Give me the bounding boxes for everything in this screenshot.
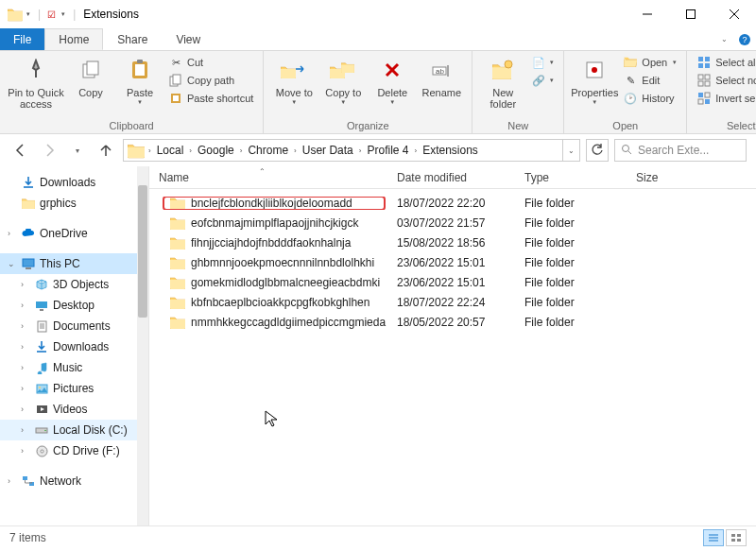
nav-3d-objects[interactable]: ›3D Objects xyxy=(0,274,148,295)
file-date: 03/07/2022 21:57 xyxy=(387,216,515,230)
column-header-type[interactable]: Type xyxy=(515,171,627,184)
file-row[interactable]: eofcbnmajmimplflapaojjnihcjkigck03/07/20… xyxy=(149,213,756,232)
nav-folder[interactable]: grphics xyxy=(0,193,148,214)
rename-button[interactable]: ab Rename xyxy=(417,53,466,98)
paste-button[interactable]: Paste ▼ xyxy=(115,53,164,105)
ribbon-collapse-icon[interactable]: ⌄ xyxy=(714,28,733,50)
select-all-button[interactable]: Select all xyxy=(696,55,756,70)
details-view-button[interactable] xyxy=(703,529,724,546)
breadcrumb-item[interactable]: Google xyxy=(194,144,238,157)
close-button[interactable] xyxy=(713,0,756,28)
open-button[interactable]: Open▾ xyxy=(623,55,677,70)
cut-button[interactable]: ✂Cut xyxy=(168,55,253,70)
svg-rect-40 xyxy=(36,301,47,308)
nav-documents[interactable]: ›Documents xyxy=(0,316,148,336)
breadcrumb-bar[interactable]: › Local› Google› Chrome› User Data› Prof… xyxy=(123,139,580,162)
svg-text:?: ? xyxy=(742,35,747,44)
breadcrumb-item[interactable]: Profile 4 xyxy=(363,144,412,157)
file-date: 23/06/2022 15:01 xyxy=(387,276,515,289)
search-input[interactable]: Search Exte... xyxy=(614,139,747,162)
nav-this-pc[interactable]: ⌄This PC xyxy=(0,253,148,274)
paste-shortcut-button[interactable]: Paste shortcut xyxy=(168,91,253,106)
file-list-pane[interactable]: ⌃Name Date modified Type Size bnclejfcbl… xyxy=(149,166,756,525)
svg-point-22 xyxy=(592,67,597,73)
navigation-pane[interactable]: Downloads grphics ›OneDrive ⌄This PC ›3D… xyxy=(0,166,149,525)
select-none-button[interactable]: Select none xyxy=(696,73,756,88)
breadcrumb-item[interactable]: Local xyxy=(153,144,188,157)
properties-button[interactable]: Properties▼ xyxy=(570,53,619,105)
downloads-icon xyxy=(21,175,36,190)
file-name: ghbmnnjooekpmoecnnnilnnbdlolhkhi xyxy=(191,256,374,269)
file-tab[interactable]: File xyxy=(0,28,44,50)
svg-rect-25 xyxy=(698,63,703,68)
folder-icon xyxy=(170,256,185,269)
delete-button[interactable]: Delete▼ xyxy=(368,53,417,105)
folder-icon xyxy=(170,236,185,250)
file-row[interactable]: gomekmidlodglbbmalcneegieacbdmki23/06/20… xyxy=(149,272,756,292)
maximize-button[interactable] xyxy=(669,0,713,28)
drive-icon xyxy=(34,422,49,438)
folder-icon xyxy=(170,197,185,210)
pictures-icon xyxy=(34,381,49,396)
clipboard-group-label: Clipboard xyxy=(6,120,257,133)
pin-quick-access-button[interactable]: Pin to Quick access xyxy=(6,53,66,110)
history-button[interactable]: 🕑History xyxy=(623,91,677,106)
nav-scrollbar[interactable] xyxy=(137,166,148,525)
minimize-button[interactable] xyxy=(626,0,669,28)
breadcrumb-item[interactable]: Chrome xyxy=(244,144,292,157)
folder-icon xyxy=(170,216,185,230)
file-row[interactable]: nmmhkkegccagdldgiimedpiccmgmieda18/05/20… xyxy=(149,312,756,332)
svg-rect-7 xyxy=(87,61,98,75)
large-icons-view-button[interactable] xyxy=(726,529,747,546)
home-tab[interactable]: Home xyxy=(44,28,103,50)
copy-to-button[interactable]: Copy to▼ xyxy=(318,53,368,105)
easy-access-button[interactable]: 🔗▾ xyxy=(531,73,554,88)
status-bar: 7 items xyxy=(0,525,756,548)
recent-locations-button[interactable]: ▾ xyxy=(66,139,89,162)
back-button[interactable] xyxy=(9,139,32,162)
view-tab[interactable]: View xyxy=(162,28,215,50)
copy-button[interactable]: Copy xyxy=(66,53,115,98)
nav-desktop[interactable]: ›Desktop xyxy=(0,295,148,316)
file-row[interactable]: bnclejfcblondkjliiblkojdeloomadd18/07/20… xyxy=(149,193,756,213)
sort-caret-icon: ⌃ xyxy=(259,167,266,176)
share-tab[interactable]: Share xyxy=(103,28,162,50)
up-button[interactable] xyxy=(94,139,117,162)
invert-selection-button[interactable]: Invert selection xyxy=(696,91,756,106)
nav-music[interactable]: ›Music xyxy=(0,357,148,378)
svg-point-20 xyxy=(505,60,512,68)
breadcrumb-item[interactable]: Extensions xyxy=(419,144,482,157)
new-item-button[interactable]: 📄▾ xyxy=(531,55,554,70)
help-icon[interactable]: ? xyxy=(733,28,756,50)
refresh-button[interactable] xyxy=(586,139,609,162)
nav-local-disk[interactable]: ›Local Disk (C:) xyxy=(0,420,148,440)
file-row[interactable]: ghbmnnjooekpmoecnnnilnnbdlolhkhi23/06/20… xyxy=(149,252,756,272)
file-row[interactable]: kbfnbcaeplbcioakkpcpgfkobkghlhen18/07/20… xyxy=(149,292,756,312)
nav-downloads[interactable]: Downloads xyxy=(0,172,148,193)
svg-text:ab: ab xyxy=(436,67,444,76)
checkbox-icon[interactable]: ☑ xyxy=(44,8,58,21)
column-header-date[interactable]: Date modified xyxy=(387,171,515,184)
videos-icon xyxy=(34,402,49,417)
edit-button[interactable]: ✎Edit xyxy=(623,73,677,88)
new-folder-button[interactable]: New folder xyxy=(478,53,527,110)
address-dropdown-icon[interactable]: ⌄ xyxy=(562,140,579,161)
forward-button[interactable] xyxy=(38,139,60,162)
column-header-size[interactable]: Size xyxy=(627,171,756,184)
file-type: File folder xyxy=(515,236,627,250)
copy-path-button[interactable]: Copy path xyxy=(168,73,253,88)
folder-icon xyxy=(170,296,185,309)
nav-pictures[interactable]: ›Pictures xyxy=(0,378,148,399)
move-to-button[interactable]: Move to▼ xyxy=(269,53,318,105)
nav-network[interactable]: ›Network xyxy=(0,471,148,491)
column-header-name[interactable]: ⌃Name xyxy=(149,171,387,184)
nav-videos[interactable]: ›Videos xyxy=(0,399,148,420)
qa-dropdown2-icon[interactable]: ▾ xyxy=(61,10,69,18)
nav-cd-drive[interactable]: ›CD Drive (F:) xyxy=(0,440,148,461)
breadcrumb-item[interactable]: User Data xyxy=(299,144,357,157)
qa-dropdown-icon[interactable]: ▾ xyxy=(26,10,34,18)
file-type: File folder xyxy=(515,296,627,309)
nav-downloads2[interactable]: ›Downloads xyxy=(0,336,148,357)
nav-onedrive[interactable]: ›OneDrive xyxy=(0,223,148,244)
file-row[interactable]: fihnjjcciajhdojfnbdddfaoknhalnja15/08/20… xyxy=(149,232,756,252)
